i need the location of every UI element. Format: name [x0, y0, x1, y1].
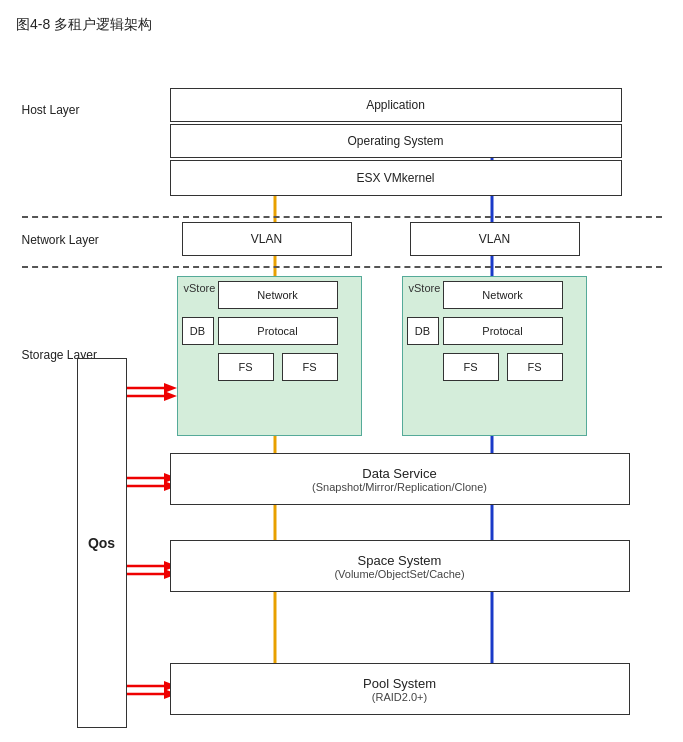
svg-marker-24 [164, 383, 177, 393]
title: 图4-8 多租户逻辑架构 [16, 16, 667, 34]
vstore1-fs2-box: FS [282, 353, 338, 381]
vlan2-box: VLAN [410, 222, 580, 256]
space-system-sublabel: (Volume/ObjectSet/Cache) [334, 568, 464, 580]
dashed-separator [22, 216, 662, 218]
dashed-separator2 [22, 266, 662, 268]
data-service-label: Data Service [362, 466, 436, 481]
vstore2-fs2-box: FS [507, 353, 563, 381]
vstore2-protocal-box: Protocal [443, 317, 563, 345]
pool-system-label: Pool System [363, 676, 436, 691]
vstore2-label: vStore [409, 282, 441, 294]
data-service-sublabel: (Snapshot/Mirror/Replication/Clone) [312, 481, 487, 493]
vlan1-box: VLAN [182, 222, 352, 256]
vstore1-network-box: Network [218, 281, 338, 309]
application-box: Application [170, 88, 622, 122]
pool-system-box: Pool System (RAID2.0+) [170, 663, 630, 715]
esx-box: ESX VMkernel [170, 160, 622, 196]
vstore1-fs1-box: FS [218, 353, 274, 381]
pool-system-sublabel: (RAID2.0+) [372, 691, 427, 703]
space-system-label: Space System [358, 553, 442, 568]
vstore2-db-box: DB [407, 317, 439, 345]
vstore2-fs1-box: FS [443, 353, 499, 381]
svg-marker-26 [164, 391, 177, 401]
vstore1-protocal-box: Protocal [218, 317, 338, 345]
data-service-box: Data Service (Snapshot/Mirror/Replicatio… [170, 453, 630, 505]
os-box: Operating System [170, 124, 622, 158]
vstore1-outer: vStore Network Protocal DB FS FS [177, 276, 362, 436]
vstore1-db-box: DB [182, 317, 214, 345]
vstore2-network-box: Network [443, 281, 563, 309]
qos-box: Qos [77, 358, 127, 728]
host-layer-label: Host Layer [22, 103, 80, 117]
vstore1-label: vStore [184, 282, 216, 294]
vstore2-outer: vStore Network Protocal DB FS FS [402, 276, 587, 436]
network-layer-label: Network Layer [22, 233, 99, 247]
space-system-box: Space System (Volume/ObjectSet/Cache) [170, 540, 630, 592]
